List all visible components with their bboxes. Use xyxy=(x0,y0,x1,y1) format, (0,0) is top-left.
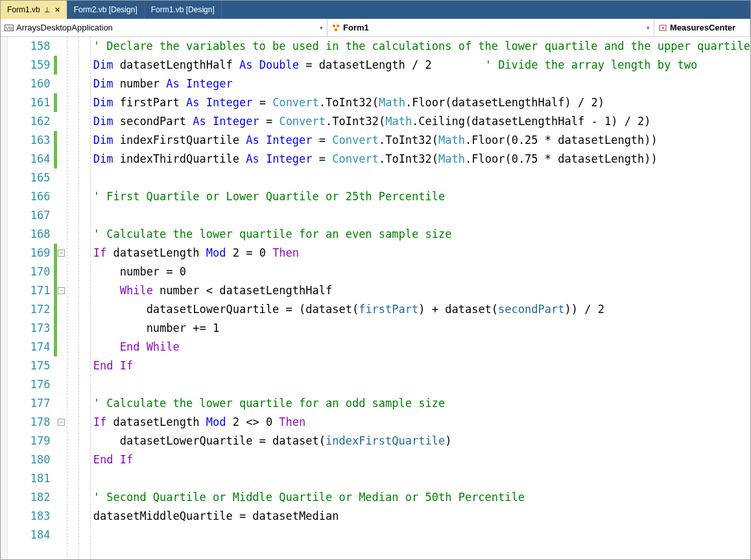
code-line[interactable] xyxy=(93,375,750,394)
code-line[interactable]: datasetLowerQuartile = (dataset(firstPar… xyxy=(93,300,750,319)
pin-icon[interactable]: ⊥ xyxy=(44,6,51,14)
tab-form2-design[interactable]: Form2.vb [Design] xyxy=(67,1,145,19)
code-area[interactable]: ' Declare the variables to be used in th… xyxy=(93,37,750,560)
line-number: 160 xyxy=(8,75,50,93)
fold-cell: − xyxy=(57,413,66,432)
line-number: 179 xyxy=(8,432,50,450)
tab-label: Form2.vb [Design] xyxy=(74,5,137,14)
code-line[interactable] xyxy=(93,169,750,187)
line-number: 174 xyxy=(8,338,50,356)
fold-toggle[interactable]: − xyxy=(58,287,65,294)
code-line[interactable]: Dim number As Integer xyxy=(93,75,750,93)
line-number: 172 xyxy=(8,300,50,319)
tab-bar: Form1.vb ⊥ ✕ Form2.vb [Design] Form1.vb … xyxy=(1,1,750,19)
fold-cell xyxy=(57,300,66,319)
fold-toggle[interactable]: − xyxy=(58,250,65,257)
code-line[interactable]: ' Calculate the lower quartile for an od… xyxy=(93,394,750,413)
line-number: 173 xyxy=(8,319,50,338)
code-line[interactable]: ' Declare the variables to be used in th… xyxy=(93,37,750,56)
fold-cell xyxy=(57,112,66,131)
nav-bar: VB ArraysDesktopApplication ▾ Form1 ▾ Me… xyxy=(1,19,750,37)
fold-cell xyxy=(57,37,66,56)
method-icon xyxy=(658,23,667,32)
fold-cell xyxy=(57,169,66,187)
code-line[interactable]: If datasetLength Mod 2 <> 0 Then xyxy=(93,413,750,432)
fold-cell xyxy=(57,225,66,244)
line-number: 169 xyxy=(8,244,50,262)
line-number: 166 xyxy=(8,187,50,206)
fold-cell xyxy=(57,394,66,413)
fold-cell xyxy=(57,526,66,544)
fold-cell xyxy=(57,206,66,225)
code-line[interactable] xyxy=(93,526,750,544)
line-number: 164 xyxy=(8,150,50,169)
line-number: 184 xyxy=(8,526,50,544)
line-number: 175 xyxy=(8,356,50,375)
line-number: 161 xyxy=(8,93,50,112)
code-line[interactable]: Dim firstPart As Integer = Convert.ToInt… xyxy=(93,93,750,112)
fold-cell xyxy=(57,488,66,507)
code-line[interactable]: ' Calculate the lower quartile for an ev… xyxy=(93,225,750,244)
line-number: 171 xyxy=(8,281,50,300)
fold-cell xyxy=(57,507,66,526)
nav-class-dropdown[interactable]: Form1 ▾ xyxy=(328,19,654,36)
fold-cell xyxy=(57,150,66,169)
code-line[interactable]: Dim indexFirstQuartile As Integer = Conv… xyxy=(93,131,750,150)
fold-cell: − xyxy=(57,244,66,262)
tab-form1-design[interactable]: Form1.vb [Design] xyxy=(145,1,222,19)
code-line[interactable]: datasetLowerQuartile = dataset(indexFirs… xyxy=(93,432,750,450)
line-number: 180 xyxy=(8,450,50,469)
code-line[interactable]: End If xyxy=(93,450,750,469)
fold-cell xyxy=(57,319,66,338)
code-line[interactable]: number = 0 xyxy=(93,262,750,281)
tab-form1-vb[interactable]: Form1.vb ⊥ ✕ xyxy=(1,1,67,19)
fold-cell xyxy=(57,469,66,488)
svg-rect-4 xyxy=(335,29,337,31)
line-number-gutter: 1581591601611621631641651661671681691701… xyxy=(8,37,54,560)
nav-member-dropdown[interactable]: MeasuresCenter xyxy=(654,19,750,36)
code-line[interactable]: Dim secondPart As Integer = Convert.ToIn… xyxy=(93,112,750,131)
selection-margin xyxy=(1,37,8,560)
nav-class-label: Form1 xyxy=(343,23,369,32)
code-line[interactable] xyxy=(93,469,750,488)
nav-member-label: MeasuresCenter xyxy=(670,23,735,32)
code-line[interactable]: ' First Quartile or Lower Quartile or 25… xyxy=(93,187,750,206)
close-icon[interactable]: ✕ xyxy=(54,6,60,14)
code-editor[interactable]: 1581591601611621631641651661671681691701… xyxy=(1,37,750,560)
line-number: 170 xyxy=(8,262,50,281)
code-line[interactable]: While number < datasetLengthHalf xyxy=(93,281,750,300)
chevron-down-icon: ▾ xyxy=(647,25,650,31)
line-number: 165 xyxy=(8,169,50,187)
line-number: 183 xyxy=(8,507,50,526)
code-line[interactable]: Dim datasetLengthHalf As Double = datase… xyxy=(93,56,750,75)
line-number: 159 xyxy=(8,56,50,75)
code-line[interactable]: If datasetLength Mod 2 = 0 Then xyxy=(93,244,750,262)
fold-cell xyxy=(57,338,66,356)
tab-label: Form1.vb xyxy=(7,5,40,14)
svg-point-6 xyxy=(662,27,664,29)
code-line[interactable]: End If xyxy=(93,356,750,375)
fold-cell xyxy=(57,75,66,93)
fold-toggle[interactable]: − xyxy=(58,419,65,426)
line-number: 162 xyxy=(8,112,50,131)
code-line[interactable]: Dim indexThirdQuartile As Integer = Conv… xyxy=(93,150,750,169)
fold-cell xyxy=(57,375,66,394)
fold-cell xyxy=(57,356,66,375)
code-line[interactable]: ' Second Quartile or Middle Quartile or … xyxy=(93,488,750,507)
fold-column: −−− xyxy=(57,37,66,560)
indent-guide-column xyxy=(66,37,93,560)
vb-icon: VB xyxy=(5,23,14,32)
code-line[interactable]: End While xyxy=(93,338,750,356)
line-number: 181 xyxy=(8,469,50,488)
fold-cell xyxy=(57,432,66,450)
fold-cell xyxy=(57,56,66,75)
line-number: 176 xyxy=(8,375,50,394)
line-number: 182 xyxy=(8,488,50,507)
code-line[interactable] xyxy=(93,206,750,225)
nav-project-dropdown[interactable]: VB ArraysDesktopApplication ▾ xyxy=(1,19,328,36)
line-number: 158 xyxy=(8,37,50,56)
code-line[interactable]: number += 1 xyxy=(93,319,750,338)
svg-rect-3 xyxy=(337,25,339,27)
fold-cell: − xyxy=(57,281,66,300)
code-line[interactable]: datasetMiddleQuartile = datasetMedian xyxy=(93,507,750,526)
